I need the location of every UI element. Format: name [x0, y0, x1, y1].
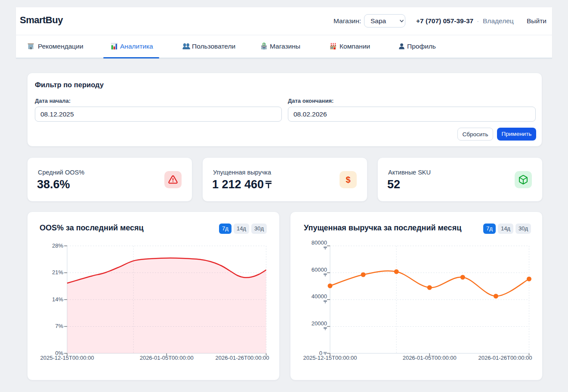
svg-text:2026-01-05T00:00:00: 2026-01-05T00:00:00 — [140, 355, 194, 361]
svg-text:2025-12-15T00:00:00: 2025-12-15T00:00:00 — [40, 355, 94, 361]
svg-text:28%: 28% — [52, 242, 63, 249]
svg-text:2026-01-26T00:00:00: 2026-01-26T00:00:00 — [478, 355, 532, 361]
svg-text:7%: 7% — [55, 323, 63, 329]
svg-text:80000: 80000 — [312, 239, 327, 246]
svg-text:14%: 14% — [52, 296, 63, 303]
svg-text:60000: 60000 — [312, 266, 327, 273]
svg-text:20000: 20000 — [312, 320, 327, 327]
svg-text:2025-12-15T00:00:00: 2025-12-15T00:00:00 — [303, 355, 357, 361]
svg-text:21%: 21% — [52, 269, 63, 276]
svg-text:2026-01-26T00:00:00: 2026-01-26T00:00:00 — [215, 355, 269, 361]
svg-text:40000: 40000 — [312, 293, 327, 300]
svg-text:2026-01-05T00:00:00: 2026-01-05T00:00:00 — [403, 355, 457, 361]
